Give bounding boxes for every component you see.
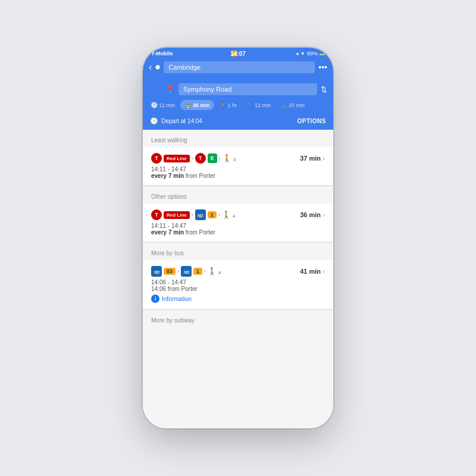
walk-icon-1: 🚶 (223, 154, 231, 162)
route-3-frequency: 14:06 from Porter (151, 286, 325, 292)
arrow-4: › (218, 212, 220, 218)
route-card-1[interactable]: T Red Line › T E › 🚶 3 37 min (143, 147, 333, 186)
tab-car[interactable]: 🕐 12 min (146, 100, 179, 110)
arrow-3: › (192, 212, 193, 218)
section-more-by-subway-header: More by subway (151, 317, 195, 324)
arrow-1: › (192, 155, 193, 161)
section-least-walking: Least walking T Red Line › T E › (143, 130, 333, 186)
route-2-icons: T Red Line › 🚌 1 › 🚶 4 (151, 209, 235, 220)
walk-icon-3: 🚶 (208, 267, 217, 275)
section-more-by-subway: More by subway (143, 309, 333, 327)
red-line-badge-2: Red Line (164, 211, 190, 219)
num-83-badge: 83 (164, 268, 176, 275)
clock-icon: 🕓 (150, 117, 158, 125)
arrow-5: › (177, 268, 179, 274)
origin-input[interactable]: Cambridge (164, 61, 315, 73)
bus-icon-3: 🚌 (151, 266, 162, 277)
num-1-badge-2: 1 (193, 268, 202, 275)
route-2-frequency: every 7 min from Porter (151, 229, 325, 236)
origin-dot-icon (155, 65, 160, 70)
back-button[interactable]: ‹ (149, 62, 152, 73)
more-options-button[interactable]: ••• (318, 62, 327, 72)
destination-pin-icon: 📍 (165, 85, 175, 94)
section-other-options-header: Other options (151, 193, 187, 200)
red-line-badge: Red Line (164, 155, 190, 162)
route-1-icons: T Red Line › T E › 🚶 3 (151, 153, 236, 164)
battery-label: 89% (307, 51, 318, 57)
section-more-by-bus: More by bus 🚌 83 › 🚌 1 › 🚶 4 41 m (143, 242, 333, 309)
route-1-times: 14:11 - 14:47 (151, 166, 325, 173)
destination-input[interactable]: Symphony Road (178, 83, 317, 95)
arrow-6: › (204, 268, 206, 274)
location-icon: ◂ (296, 51, 299, 57)
t-circle-icon: T (151, 153, 162, 164)
info-label[interactable]: Information (162, 296, 192, 302)
route-connector-icon: ·· (159, 76, 327, 82)
phone-frame: T-Mobile 📶 14:07 ◂ ✦ 89% ▬ ‹ Cambridge •… (143, 48, 333, 428)
battery-icon: ▬ (320, 51, 325, 57)
arrow-2: › (219, 155, 221, 161)
bus-icon-2: 🚌 (195, 209, 206, 220)
walk-count-1: 3 (233, 157, 236, 162)
walk-count-2: 4 (233, 214, 235, 219)
section-least-walking-header: Least walking (151, 137, 187, 143)
route-3-times: 14:06 - 14:47 (151, 279, 325, 286)
route-2-times: 14:11 - 14:47 (151, 223, 325, 229)
num-1-badge: 1 (208, 211, 217, 218)
route-3-icons: 🚌 83 › 🚌 1 › 🚶 4 (151, 266, 221, 277)
section-other-options: Other options T Red Line › 🚌 1 › 🚶 4 (143, 186, 333, 242)
t-circle-3-icon: T (151, 209, 162, 220)
carrier-label: T-Mobile (151, 51, 173, 57)
t-circle-2-icon: T (195, 153, 206, 164)
walk-count-3: 4 (218, 270, 221, 275)
tab-walk[interactable]: 🚶 1 hr (215, 100, 242, 110)
depart-label: Depart at 14:04 (161, 118, 202, 124)
tab-walk2[interactable]: 🚶‍♂️ 12 min (242, 100, 275, 110)
route-card-2[interactable]: T Red Line › 🚌 1 › 🚶 4 36 min › 14:11 - (143, 203, 333, 242)
route-1-frequency: every 7 min from Porter (151, 173, 325, 179)
status-time: 14:07 (230, 51, 246, 57)
route-card-3[interactable]: 🚌 83 › 🚌 1 › 🚶 4 41 min › 14:06 - 14:47 (143, 260, 333, 309)
e-badge: E (208, 154, 217, 163)
chevron-right-3: › (322, 267, 325, 275)
chevron-right-1: › (322, 154, 325, 162)
chevron-right-2: › (322, 211, 325, 219)
bluetooth-icon: ✦ (300, 51, 305, 57)
content-area: Least walking T Red Line › T E › (143, 130, 333, 428)
section-more-by-bus-header: More by bus (151, 250, 184, 256)
route-1-duration: 37 min › (300, 154, 325, 162)
route-3-duration: 41 min › (300, 267, 325, 275)
route-2-duration: 36 min › (300, 211, 325, 219)
walk-icon-2: 🚶 (222, 211, 231, 219)
info-icon: i (151, 295, 159, 303)
info-link[interactable]: i Information (151, 295, 325, 303)
options-button[interactable]: OPTIONS (297, 118, 326, 124)
swap-button[interactable]: ⇅ (321, 85, 327, 94)
tab-transit[interactable]: 🚌 36 min (180, 100, 214, 110)
tab-bike[interactable]: 🚲 20 min (276, 100, 309, 110)
bus-icon-4: 🚌 (181, 266, 192, 277)
